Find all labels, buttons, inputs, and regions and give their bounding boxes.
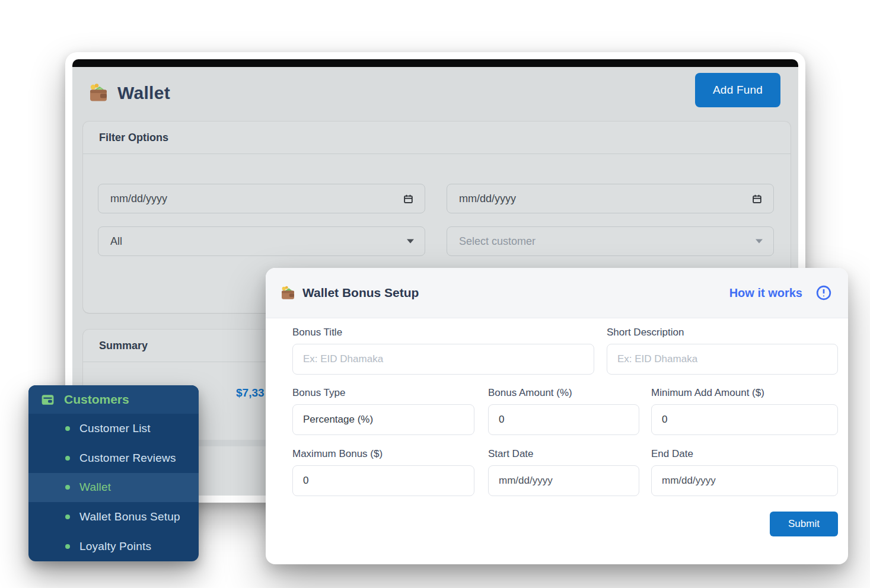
sidebar-item-wallet-bonus-setup[interactable]: Wallet Bonus Setup xyxy=(28,502,199,532)
page: Wallet Add Fund Filter Options mm/dd/yyy… xyxy=(0,0,870,588)
bonus-amount-input[interactable] xyxy=(488,404,639,435)
sidebar-item-loyalty-points[interactable]: Loyalty Points xyxy=(28,532,199,561)
sidebar-item-customer-list[interactable]: Customer List xyxy=(28,414,199,443)
short-description-input[interactable] xyxy=(607,344,838,375)
bullet-icon xyxy=(65,456,70,461)
end-date-label: End Date xyxy=(651,448,838,460)
bonus-type-label: Bonus Type xyxy=(292,387,474,399)
bullet-icon xyxy=(65,426,70,431)
calendar-icon[interactable] xyxy=(403,193,414,204)
date-from-input[interactable]: mm/dd/yyyy xyxy=(98,184,425,213)
start-date-input[interactable]: mm/dd/yyyy xyxy=(488,465,639,496)
bonus-type-select[interactable]: Percentage (%) xyxy=(292,404,474,435)
start-date-placeholder: mm/dd/yyyy xyxy=(499,475,553,487)
add-fund-button[interactable]: Add Fund xyxy=(695,73,780,107)
max-bonus-input[interactable] xyxy=(292,465,474,496)
type-select[interactable]: All xyxy=(98,226,425,256)
customers-menu: Customers Customer List Customer Reviews… xyxy=(28,385,199,561)
customers-menu-header[interactable]: Customers xyxy=(28,385,199,414)
date-from-placeholder: mm/dd/yyyy xyxy=(110,193,167,205)
chevron-down-icon xyxy=(756,239,763,244)
sidebar-item-label: Customer Reviews xyxy=(79,452,176,465)
end-date-placeholder: mm/dd/yyyy xyxy=(662,475,716,487)
submit-button[interactable]: Submit xyxy=(770,512,838,536)
how-it-works-link[interactable]: How it works xyxy=(729,285,832,301)
bonus-amount-label: Bonus Amount (%) xyxy=(488,387,639,399)
how-it-works-label[interactable]: How it works xyxy=(729,286,802,300)
sidebar-item-label: Wallet xyxy=(79,481,111,494)
start-date-label: Start Date xyxy=(488,448,639,460)
sidebar-item-wallet[interactable]: Wallet xyxy=(28,473,199,503)
window-top-bar xyxy=(72,59,798,67)
bonus-type-value: Percentage (%) xyxy=(303,414,373,426)
calendar-icon[interactable] xyxy=(751,193,763,204)
modal-header: Wallet Bonus Setup How it works xyxy=(266,268,848,318)
bullet-icon xyxy=(65,514,70,519)
bonus-title-label: Bonus Title xyxy=(292,327,594,338)
chevron-down-icon xyxy=(407,239,414,244)
bullet-icon xyxy=(65,544,70,549)
customer-select[interactable]: Select customer xyxy=(447,226,774,256)
wallet-bonus-setup-modal: Wallet Bonus Setup How it works Bonus Ti… xyxy=(266,268,848,564)
filter-section-title: Filter Options xyxy=(83,122,791,154)
bonus-title-input[interactable] xyxy=(292,344,594,375)
date-to-placeholder: mm/dd/yyyy xyxy=(459,193,516,205)
customer-select-placeholder: Select customer xyxy=(459,235,536,248)
wallet-emoji-icon xyxy=(88,82,109,104)
max-bonus-label: Maximum Bonus ($) xyxy=(292,448,474,460)
sidebar-item-label: Customer List xyxy=(79,422,151,435)
bullet-icon xyxy=(65,485,70,490)
wallet-emoji-icon xyxy=(280,285,296,301)
info-circle-icon[interactable] xyxy=(815,285,832,301)
date-to-input[interactable]: mm/dd/yyyy xyxy=(447,184,774,213)
customers-menu-title: Customers xyxy=(64,392,129,407)
page-title: Wallet xyxy=(117,83,170,103)
sidebar-item-label: Wallet Bonus Setup xyxy=(79,510,180,523)
min-add-amount-input[interactable] xyxy=(651,404,838,435)
modal-body: Bonus Title Short Description Bonus Type… xyxy=(266,318,848,536)
summary-amount: $7,33 xyxy=(236,386,264,400)
wallet-icon xyxy=(40,392,55,407)
sidebar-item-customer-reviews[interactable]: Customer Reviews xyxy=(28,443,199,473)
min-add-amount-label: Minimum Add Amount ($) xyxy=(651,387,838,399)
type-select-value: All xyxy=(110,235,122,248)
end-date-input[interactable]: mm/dd/yyyy xyxy=(651,465,838,496)
sidebar-item-label: Loyalty Points xyxy=(79,540,151,553)
modal-title: Wallet Bonus Setup xyxy=(302,286,419,300)
short-description-label: Short Description xyxy=(607,327,838,338)
